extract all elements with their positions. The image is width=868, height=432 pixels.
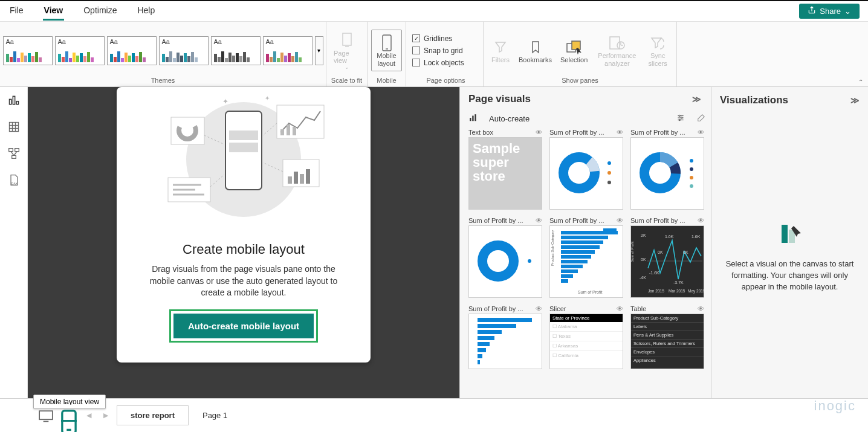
- pv-item-donut3[interactable]: Sum of Profit by ...👁: [468, 217, 542, 298]
- page-next[interactable]: ▶: [101, 411, 111, 419]
- svg-text:✦: ✦: [222, 97, 228, 106]
- svg-rect-0: [343, 33, 351, 45]
- svg-rect-106: [478, 348, 486, 352]
- mobile-label: Mobile: [377, 77, 396, 84]
- eraser-icon[interactable]: [696, 114, 706, 124]
- svg-rect-82: [561, 265, 583, 268]
- desktop-view-switch[interactable]: [38, 410, 54, 422]
- svg-text:2K: 2K: [641, 233, 646, 237]
- ribbon: ▾ Themes Page view ⌄ Scale to fit Mobile…: [0, 22, 868, 87]
- mobile-layout-button[interactable]: Mobile layout: [371, 30, 402, 71]
- pv-item-textbox[interactable]: Text box👁 Samplesuperstore: [468, 129, 542, 210]
- bookmarks-pane-button[interactable]: Bookmarks: [515, 36, 555, 66]
- mobile-layout-card: ✦ ✦ Create mobile layout Drag visuals fr…: [117, 87, 371, 363]
- svg-rect-85: [561, 279, 568, 283]
- svg-rect-111: [39, 411, 53, 419]
- svg-text:✦: ✦: [265, 95, 270, 102]
- visualizations-title: Visualizations: [720, 94, 788, 106]
- model-view-icon[interactable]: [8, 147, 20, 160]
- visibility-icon[interactable]: 👁: [698, 129, 704, 136]
- theme-swatch-6[interactable]: [263, 36, 313, 65]
- visibility-icon[interactable]: 👁: [698, 305, 704, 312]
- dax-view-icon[interactable]: DAX: [8, 174, 20, 186]
- svg-rect-37: [300, 174, 304, 184]
- svg-rect-83: [561, 269, 578, 273]
- menu-help[interactable]: Help: [136, 2, 156, 21]
- sync-slicers-button: Sync slicers: [643, 31, 673, 69]
- svg-rect-19: [15, 149, 19, 152]
- svg-point-66: [690, 159, 693, 163]
- visibility-icon[interactable]: 👁: [698, 217, 704, 224]
- svg-rect-109: [782, 225, 788, 243]
- visibility-icon[interactable]: 👁: [536, 305, 542, 312]
- svg-text:0K: 0K: [641, 257, 646, 262]
- mobile-layout-body: Drag visuals from the page visuals pane …: [129, 263, 358, 299]
- svg-point-61: [607, 171, 611, 175]
- ribbon-collapse[interactable]: ⌃: [858, 79, 863, 85]
- theme-swatch-4[interactable]: [159, 36, 209, 65]
- svg-rect-11: [13, 96, 15, 104]
- svg-point-62: [607, 181, 611, 184]
- performance-icon: [607, 34, 627, 52]
- visibility-icon[interactable]: 👁: [617, 305, 623, 312]
- svg-text:Sum of Profit: Sum of Profit: [631, 241, 634, 262]
- page-prev[interactable]: ◀: [84, 411, 94, 419]
- visibility-icon[interactable]: 👁: [536, 217, 542, 224]
- menu-file[interactable]: File: [8, 2, 25, 21]
- footer: Mobile layout view ◀ ▶ store report Page…: [0, 398, 868, 432]
- share-button[interactable]: Share ⌄: [799, 4, 860, 19]
- mobile-illustration: ✦ ✦: [129, 87, 358, 238]
- svg-rect-33: [293, 127, 296, 135]
- visualizations-help: Select a visual on the canvas to start f…: [720, 259, 860, 293]
- svg-text:1.6K: 1.6K: [665, 234, 674, 239]
- snap-checkbox[interactable]: Snap to grid: [412, 47, 464, 55]
- svg-rect-102: [478, 324, 516, 328]
- svg-rect-84: [561, 274, 573, 278]
- lock-checkbox[interactable]: Lock objects: [412, 59, 464, 67]
- selection-pane-button[interactable]: Selection: [557, 36, 591, 66]
- pv-item-table[interactable]: Table👁 Product Sub-Category Labels Pens …: [630, 305, 704, 369]
- theme-swatch-1[interactable]: [3, 36, 53, 65]
- svg-rect-20: [11, 155, 16, 158]
- mobile-layout-title: Create mobile layout: [129, 242, 358, 257]
- svg-point-55: [679, 115, 680, 116]
- pv-item-barchart[interactable]: Sum of Profit by ...👁 Product Sub-Catego…: [549, 217, 623, 298]
- collapse-icon[interactable]: ≫: [692, 94, 701, 104]
- collapse-icon[interactable]: ≫: [850, 95, 860, 105]
- menu-optimize[interactable]: Optimize: [82, 2, 118, 21]
- pv-item-donut1[interactable]: Sum of Profit by ...👁: [549, 129, 623, 210]
- themes-dropdown[interactable]: ▾: [315, 36, 323, 65]
- visibility-icon[interactable]: 👁: [617, 217, 623, 224]
- report-view-icon[interactable]: [8, 94, 20, 106]
- svg-text:Jan 2015: Jan 2015: [648, 289, 664, 293]
- auto-create-layout-button[interactable]: Auto-create mobile layout: [173, 314, 314, 338]
- svg-point-60: [607, 161, 611, 165]
- format-icon: [777, 221, 803, 248]
- tab-store-report[interactable]: store report: [117, 405, 189, 425]
- data-view-icon[interactable]: [8, 121, 20, 133]
- svg-rect-49: [470, 118, 471, 121]
- svg-rect-81: [561, 260, 588, 263]
- visibility-icon[interactable]: 👁: [617, 129, 623, 136]
- menu-view[interactable]: View: [43, 2, 65, 21]
- pv-item-donut2[interactable]: Sum of Profit by ...👁: [630, 129, 704, 210]
- tab-page-1[interactable]: Page 1: [189, 405, 241, 425]
- left-rail: DAX: [0, 87, 28, 398]
- gridlines-checkbox[interactable]: ✓Gridlines: [412, 34, 464, 43]
- svg-text:0K: 0K: [658, 250, 663, 254]
- pv-item-slicer[interactable]: Slicer👁 State or Province ☐ Alabama ☐ Te…: [549, 305, 623, 369]
- svg-point-69: [690, 184, 693, 188]
- svg-point-71: [528, 259, 531, 263]
- theme-swatch-2[interactable]: [55, 36, 105, 65]
- theme-swatch-3[interactable]: [107, 36, 157, 65]
- auto-create-link[interactable]: Auto-create: [489, 114, 530, 123]
- svg-text:1.6K: 1.6K: [691, 234, 701, 239]
- svg-rect-105: [478, 342, 490, 346]
- pv-item-hbar[interactable]: Sum of Profit by ...👁: [468, 305, 542, 369]
- pv-item-linechart[interactable]: Sum of Profit by ...👁 2K 0K -4K Sum of P…: [630, 217, 704, 298]
- settings-icon[interactable]: [676, 114, 685, 124]
- theme-swatch-5[interactable]: [211, 36, 261, 65]
- page-view-icon: [337, 31, 357, 50]
- svg-text:-1.6K: -1.6K: [649, 271, 659, 275]
- visibility-icon[interactable]: 👁: [536, 129, 542, 136]
